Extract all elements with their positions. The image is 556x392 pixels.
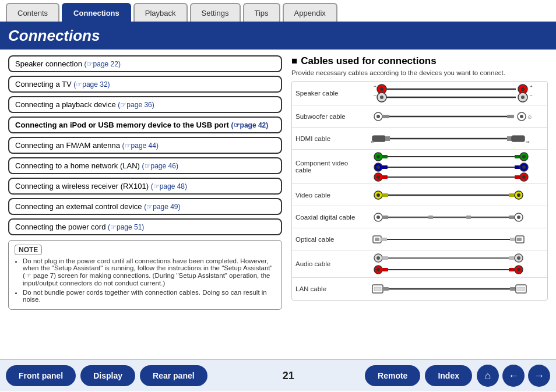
menu-item-label: Connecting an iPod or USB memory device …	[15, 121, 229, 129]
svg-rect-91	[510, 287, 516, 291]
index-button[interactable]: Index	[425, 365, 472, 386]
bottom-bar: Front panel Display Rear panel 21 Remote…	[0, 359, 556, 391]
note-item-1: Do not plug in the power cord until all …	[23, 257, 276, 287]
svg-point-42	[522, 165, 526, 169]
svg-point-56	[517, 193, 520, 197]
svg-point-37	[376, 165, 380, 169]
tab-contents[interactable]: Contents	[6, 3, 59, 22]
cable-name-speaker: Speaker cable	[295, 90, 360, 97]
svg-text:–: –	[374, 92, 376, 97]
menu-connecting-antenna[interactable]: Connecting an FM/AM antenna (☞page 44)	[8, 137, 282, 154]
svg-text:⇐: ⇐	[371, 139, 375, 144]
menu-connecting-wireless[interactable]: Connecting a wireless receiver (RX101) (…	[8, 178, 282, 195]
cable-row-optical: Optical cable	[292, 228, 547, 250]
cable-visual-optical	[360, 233, 544, 246]
back-button[interactable]: ←	[502, 365, 525, 387]
menu-item-label: Connecting an FM/AM antenna	[15, 141, 120, 150]
tab-appendix[interactable]: Appendix	[283, 3, 337, 22]
svg-rect-61	[428, 216, 433, 219]
remote-button[interactable]: Remote	[365, 365, 420, 386]
svg-point-86	[517, 268, 520, 271]
svg-rect-88	[374, 287, 381, 291]
cables-subtitle: Provide necessary cables according to th…	[291, 69, 548, 76]
svg-rect-26	[512, 136, 525, 142]
menu-connecting-ipod[interactable]: Connecting an iPod or USB memory device …	[8, 116, 282, 133]
cable-row-hdmi: HDMI cable ⇐ ⇒	[292, 128, 547, 150]
note-box: NOTE Do not plug in the power cord until…	[8, 240, 282, 310]
note-list: Do not plug in the power cord until all …	[15, 257, 276, 303]
rear-panel-button[interactable]: Rear panel	[140, 365, 207, 386]
svg-rect-77	[509, 256, 515, 260]
menu-connecting-tv[interactable]: Connecting a TV (☞page 32)	[8, 76, 282, 93]
svg-point-79	[517, 256, 520, 260]
menu-item-label: Connecting a wireless receiver (RX101)	[15, 182, 149, 190]
cable-table: Speaker cable	[291, 81, 548, 301]
display-button[interactable]: Display	[80, 365, 135, 386]
cable-visual-lan	[360, 282, 544, 295]
page-ref-playback: (☞page 36)	[118, 101, 154, 109]
right-column: Cables used for connections Provide nece…	[291, 55, 548, 353]
svg-rect-45	[382, 175, 388, 179]
menu-item-label: Connecting a playback device	[15, 100, 116, 109]
cable-name-optical: Optical cable	[295, 236, 360, 243]
page-ref-lan: (☞page 46)	[142, 162, 178, 170]
page-ref-external: (☞page 49)	[144, 203, 180, 211]
svg-text:+: +	[530, 84, 533, 89]
svg-point-3	[380, 96, 383, 99]
svg-rect-38	[382, 165, 388, 169]
page-title: Connections	[8, 27, 548, 45]
cable-name-lan: LAN cable	[295, 285, 360, 292]
svg-point-7	[521, 87, 525, 91]
svg-text:⊙: ⊙	[527, 114, 532, 120]
menu-connecting-playback[interactable]: Connecting a playback device (☞page 36)	[8, 96, 282, 113]
svg-rect-89	[383, 287, 389, 291]
svg-rect-72	[517, 238, 522, 241]
menu-speaker-connection[interactable]: Speaker connection (☞page 22)	[8, 55, 282, 72]
svg-point-49	[522, 175, 526, 179]
svg-point-35	[522, 155, 526, 158]
svg-rect-54	[509, 193, 515, 197]
menu-item-label: Speaker connection	[15, 59, 82, 68]
home-button[interactable]: ⌂	[477, 365, 499, 387]
svg-rect-75	[382, 256, 388, 260]
svg-point-74	[376, 256, 380, 260]
tab-settings[interactable]: Settings	[190, 3, 241, 22]
svg-rect-82	[382, 268, 388, 271]
front-panel-button[interactable]: Front panel	[6, 365, 76, 386]
cable-row-component: Component video cable	[292, 150, 547, 184]
svg-point-81	[376, 268, 380, 271]
cable-row-subwoofer: Subwoofer cable ⊙	[292, 105, 547, 128]
nav-icons: ⌂ ← →	[477, 365, 550, 387]
note-item-2: Do not bundle power cords together with …	[23, 289, 276, 303]
cable-visual-video	[360, 189, 544, 202]
svg-text:⇒: ⇒	[526, 139, 530, 144]
note-label: NOTE	[15, 245, 42, 255]
page-ref-speaker: (☞page 22)	[85, 60, 121, 68]
menu-connecting-lan[interactable]: Connecting to a home network (LAN) (☞pag…	[8, 157, 282, 174]
cable-name-subwoofer: Subwoofer cable	[295, 113, 360, 120]
menu-item-label: Connecting the power cord	[15, 223, 105, 231]
page-ref-ipod: (☞page 42)	[231, 121, 269, 129]
menu-item-label: Connecting to a home network (LAN)	[15, 161, 140, 170]
cable-visual-audio	[360, 252, 544, 276]
cable-name-video: Video cable	[295, 192, 360, 199]
svg-rect-25	[507, 136, 512, 141]
cable-name-hdmi: HDMI cable	[295, 135, 360, 142]
svg-point-9	[521, 96, 525, 99]
svg-point-20	[520, 115, 523, 118]
menu-connecting-external[interactable]: Connecting an external control device (☞…	[8, 198, 282, 215]
menu-connecting-power[interactable]: Connecting the power cord (☞page 51)	[8, 218, 282, 235]
svg-rect-31	[382, 155, 388, 158]
tab-tips[interactable]: Tips	[243, 3, 280, 22]
tab-playback[interactable]: Playback	[133, 3, 188, 22]
cable-row-video: Video cable	[292, 184, 547, 206]
forward-button[interactable]: →	[528, 365, 550, 387]
svg-rect-23	[385, 136, 390, 141]
svg-rect-70	[510, 238, 516, 241]
cable-row-lan: LAN cable	[292, 278, 547, 300]
cables-section-title: Cables used for connections	[291, 55, 548, 67]
cable-row-speaker: Speaker cable	[292, 82, 547, 105]
tab-connections[interactable]: Connections	[62, 3, 131, 22]
svg-rect-93	[518, 287, 525, 291]
svg-rect-84	[509, 268, 515, 271]
